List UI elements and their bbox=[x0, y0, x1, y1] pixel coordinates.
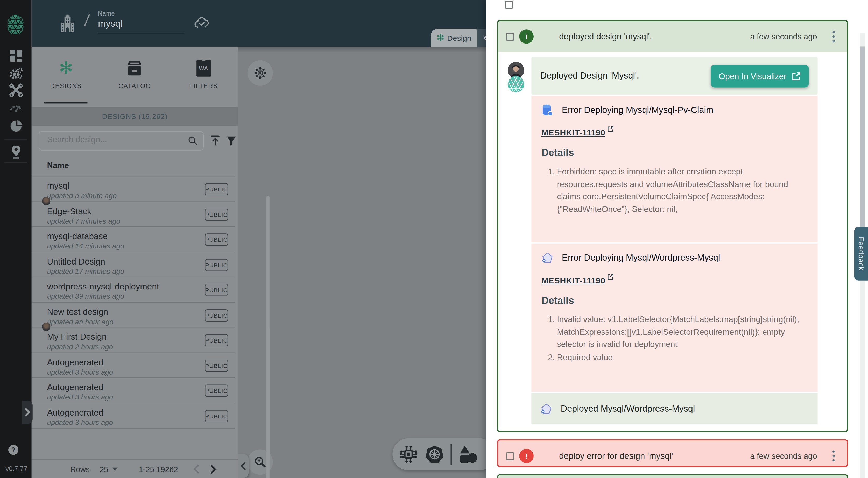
sidebar-item-settings[interactable] bbox=[8, 66, 23, 81]
sidebar-item-performance[interactable] bbox=[8, 99, 23, 115]
search-icon[interactable] bbox=[187, 135, 199, 147]
error-icon: ! bbox=[519, 449, 534, 463]
sidebar-divider bbox=[4, 162, 27, 163]
chevron-left-icon bbox=[240, 462, 247, 470]
cloud-saved-icon[interactable] bbox=[194, 15, 211, 30]
rows-per-page-label: Rows bbox=[70, 465, 90, 473]
cluster-mesh-icon bbox=[254, 67, 266, 79]
visibility-badge: PUBLIC bbox=[205, 259, 228, 271]
visibility-badge: PUBLIC bbox=[205, 284, 228, 296]
dock-divider bbox=[451, 444, 452, 465]
meshery-logo[interactable] bbox=[4, 13, 27, 36]
notification-card-partial[interactable] bbox=[497, 474, 848, 478]
designs-spiral-icon: ✻ bbox=[59, 60, 73, 76]
design-list-item[interactable]: wordpress-mysql-deployment updated 39 mi… bbox=[32, 277, 235, 302]
visibility-badge: PUBLIC bbox=[205, 309, 228, 321]
search-row bbox=[32, 130, 238, 152]
notification-card-error: ! deploy error for design 'mysql' a few … bbox=[497, 439, 848, 467]
import-design-icon[interactable] bbox=[209, 134, 221, 147]
sidebar-item-connections[interactable] bbox=[8, 145, 23, 160]
notification-body: Deployed Design 'Mysql'. Open In Visuali… bbox=[498, 52, 847, 430]
design-updated-time: updated a minute ago bbox=[47, 191, 117, 200]
open-in-visualizer-button[interactable]: Open In Visualizer bbox=[711, 65, 809, 87]
filter-funnel-icon[interactable] bbox=[225, 134, 238, 147]
organization-icon bbox=[59, 14, 76, 32]
sidebar-item-dashboard[interactable] bbox=[8, 48, 23, 63]
design-list-item[interactable]: Autogenerated updated 3 hours ago PUBLIC bbox=[32, 378, 235, 403]
notification-menu-icon[interactable] bbox=[829, 29, 838, 44]
actor-avatars bbox=[508, 62, 524, 92]
notification-time: a few seconds ago bbox=[750, 452, 817, 460]
visibility-badge: PUBLIC bbox=[205, 410, 228, 422]
error-detail-item: Forbidden: spec is immutable after creat… bbox=[557, 165, 806, 215]
rows-per-page-select[interactable]: 25 bbox=[99, 465, 118, 473]
design-updated-time: updated 3 hours ago bbox=[47, 418, 113, 426]
design-updated-time: updated 14 minutes ago bbox=[47, 242, 124, 250]
external-link-icon bbox=[607, 126, 614, 132]
help-button[interactable]: ? bbox=[8, 445, 18, 455]
tab-designs[interactable]: ✻ DESIGNS bbox=[32, 52, 100, 107]
designs-scrollbar[interactable] bbox=[266, 196, 270, 478]
search-input[interactable] bbox=[46, 134, 181, 145]
design-updated-time: updated 2 hours ago bbox=[47, 343, 113, 351]
notification-menu-icon[interactable] bbox=[829, 449, 838, 463]
tab-catalog[interactable]: CATALOG bbox=[100, 52, 169, 107]
canvas-dock bbox=[393, 438, 495, 471]
dock-components-icon[interactable] bbox=[399, 444, 418, 464]
feedback-tab[interactable]: Feedback bbox=[854, 227, 868, 281]
notification-header[interactable]: ! deploy error for design 'mysql' a few … bbox=[498, 440, 847, 467]
search-box bbox=[39, 131, 204, 151]
visibility-badge: PUBLIC bbox=[205, 334, 228, 346]
design-list-item[interactable]: Edge-Stack updated 7 minutes ago PUBLIC bbox=[32, 201, 235, 226]
help-icon: ? bbox=[11, 446, 15, 454]
caret-down-icon bbox=[112, 467, 118, 471]
column-header-name: Name bbox=[47, 161, 69, 170]
design-list-item[interactable]: Untitled Design updated 17 minutes ago P… bbox=[32, 252, 235, 277]
tab-filters-label: FILTERS bbox=[189, 83, 218, 89]
design-updated-time: updated 7 minutes ago bbox=[47, 217, 121, 225]
designs-list: mysql updated a minute ago PUBLIC Edge-S… bbox=[32, 176, 235, 428]
notification-checkbox[interactable] bbox=[506, 32, 514, 41]
design-name-input[interactable] bbox=[98, 17, 184, 34]
tab-designs-label: DESIGNS bbox=[50, 83, 82, 89]
notification-checkbox[interactable] bbox=[506, 452, 514, 460]
design-name-label: Name bbox=[98, 10, 184, 17]
designs-panel: ✻ DESIGNS CATALOG bbox=[32, 47, 238, 478]
pagination-range: 1-25 19262 bbox=[139, 465, 178, 473]
app-version: v0.7.77 bbox=[5, 465, 27, 473]
environment-cluster-button[interactable] bbox=[248, 60, 273, 86]
collapse-panel-tab[interactable] bbox=[238, 454, 249, 478]
design-updated-time: updated 17 minutes ago bbox=[47, 267, 124, 276]
notification-header[interactable]: i deployed design 'mysql'. a few seconds… bbox=[498, 21, 847, 52]
visibility-badge: PUBLIC bbox=[205, 208, 228, 221]
previous-page-button[interactable] bbox=[191, 464, 203, 475]
design-spiral-icon: ✻ bbox=[436, 33, 444, 42]
notification-summary: deploy error for design 'mysql' bbox=[559, 451, 673, 461]
details-heading: Details bbox=[541, 295, 809, 307]
mode-design-segment[interactable]: ✻ Design bbox=[431, 29, 477, 47]
mode-design-label: Design bbox=[447, 33, 471, 42]
dock-kubernetes-icon[interactable] bbox=[425, 444, 444, 464]
design-list-item[interactable]: New test design updated an hour ago PUBL… bbox=[32, 302, 235, 327]
sidebar-item-toolkit[interactable] bbox=[8, 83, 23, 97]
design-list-item[interactable]: Autogenerated updated 3 hours ago PUBLIC bbox=[32, 352, 235, 377]
sidebar-item-extensions[interactable] bbox=[8, 118, 23, 133]
design-list-item[interactable]: Autogenerated updated 3 hours ago PUBLIC bbox=[32, 403, 235, 428]
design-list-item[interactable]: mysql updated a minute ago PUBLIC bbox=[32, 176, 235, 201]
design-updated-time: updated 3 hours ago bbox=[47, 368, 113, 376]
design-list-item[interactable]: mysql-database updated 14 minutes ago PU… bbox=[32, 226, 235, 252]
design-list-item[interactable]: My First Design updated 2 hours ago PUBL… bbox=[32, 327, 235, 352]
deployment-shape-icon bbox=[541, 251, 554, 264]
panel-scrollbar-thumb[interactable] bbox=[860, 46, 865, 233]
deployed-success-text: Deployed Mysql/Wordpress-Mysql bbox=[561, 404, 695, 413]
visibility-badge: PUBLIC bbox=[205, 384, 228, 397]
next-page-button[interactable] bbox=[208, 464, 219, 475]
expand-sidebar-tab[interactable] bbox=[22, 401, 33, 424]
design-name: My First Design bbox=[47, 332, 107, 342]
dock-shapes-icon[interactable] bbox=[458, 444, 478, 464]
tab-filters[interactable]: WA FILTERS bbox=[169, 52, 238, 107]
meshkit-error-link[interactable]: MESHKIT-11190 bbox=[541, 276, 606, 285]
meshkit-error-link[interactable]: MESHKIT-11190 bbox=[541, 128, 606, 137]
select-all-checkbox[interactable] bbox=[505, 1, 513, 9]
design-updated-time: updated 39 minutes ago bbox=[47, 292, 124, 300]
